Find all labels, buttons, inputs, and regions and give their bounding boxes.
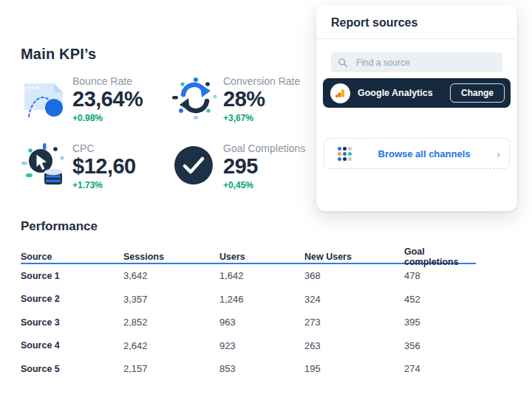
cell-source: Source 4 [21, 340, 123, 351]
kpi-label: Bounce Rate [72, 75, 143, 87]
report-sources-panel: Report sources Google Analytics Change [316, 4, 517, 211]
source-search-box[interactable] [331, 52, 502, 72]
cell-new-users: 195 [304, 363, 404, 374]
cell-sessions: 3,642 [123, 270, 219, 281]
channels-grid-icon [338, 147, 352, 161]
kpi-label: Goal Completions [223, 142, 305, 154]
table-row: Source 5 2,157 853 195 274 [21, 357, 476, 381]
column-header-goal-completions: Goal completions [404, 246, 476, 267]
change-source-button[interactable]: Change [450, 83, 505, 103]
browse-all-channels-label: Browse all channels [352, 148, 497, 159]
cell-goal-completions: 478 [404, 270, 476, 281]
cell-goal-completions: 395 [404, 317, 476, 328]
cell-goal-completions: 356 [404, 340, 476, 351]
chevron-right-icon: › [497, 148, 500, 159]
kpi-label: Conversion Rate [223, 75, 300, 87]
conversion-rate-icon [171, 74, 219, 123]
kpi-delta: +0.98% [72, 113, 143, 123]
kpi-label: CPC [72, 142, 136, 154]
cell-users: 1,246 [219, 294, 304, 305]
kpi-delta: +3,67% [223, 113, 300, 123]
cell-users: 1,642 [219, 270, 304, 281]
report-sources-title: Report sources [331, 16, 417, 30]
kpi-delta: +0,45% [223, 180, 305, 190]
column-header-new-users: New Users [304, 252, 404, 262]
kpi-value: $12,60 [72, 155, 136, 179]
column-header-source: Source [21, 252, 123, 262]
dashboard: Main KPI’s Bounce Rate 23,64% +0.98% [0, 0, 532, 400]
divider [316, 38, 517, 39]
kpi-value: 23,64% [72, 88, 143, 111]
table-row: Source 2 3,357 1,246 324 452 [21, 288, 476, 311]
cpc-icon [21, 141, 68, 190]
cell-new-users: 368 [304, 270, 404, 281]
google-analytics-icon [330, 83, 350, 103]
cell-new-users: 324 [304, 294, 404, 305]
search-input[interactable] [355, 57, 496, 69]
cell-sessions: 2,852 [123, 317, 219, 328]
cell-sessions: 2,157 [123, 363, 219, 374]
goal-completions-icon [171, 141, 219, 190]
cell-sessions: 2,642 [123, 340, 219, 351]
column-header-users: Users [219, 252, 304, 262]
kpi-card-bounce-rate: Bounce Rate 23,64% +0.98% [21, 74, 171, 123]
kpi-card-goal-completions: Goal Completions 295 +0,45% [171, 141, 305, 190]
kpi-value: 28% [223, 88, 300, 111]
kpi-value: 295 [223, 155, 305, 179]
cell-source: Source 3 [21, 317, 123, 328]
cell-source: Source 5 [21, 364, 123, 374]
cell-goal-completions: 274 [404, 363, 476, 374]
performance-table: Source Sessions Users New Users Goal com… [21, 246, 476, 381]
table-row: Source 3 2,852 963 273 395 [21, 311, 476, 334]
kpi-section-title: Main KPI’s [21, 46, 96, 63]
table-row: Source 1 3,642 1,642 368 478 [21, 264, 476, 288]
selected-source-row: Google Analytics Change [323, 78, 511, 108]
cell-users: 963 [219, 317, 304, 328]
search-icon [338, 58, 348, 68]
kpi-grid: Bounce Rate 23,64% +0.98% [21, 74, 305, 190]
performance-title: Performance [21, 219, 98, 234]
cell-new-users: 273 [304, 317, 404, 328]
column-header-sessions: Sessions [123, 252, 219, 262]
cell-goal-completions: 452 [404, 294, 476, 305]
table-header-row: Source Sessions Users New Users Goal com… [21, 246, 476, 264]
table-row: Source 4 2,642 923 263 356 [21, 334, 476, 358]
browse-all-channels-button[interactable]: Browse all channels › [324, 138, 510, 169]
cell-source: Source 1 [21, 271, 123, 281]
cell-users: 853 [219, 363, 304, 374]
cell-new-users: 263 [304, 340, 404, 351]
cell-source: Source 2 [21, 294, 123, 304]
selected-source-name: Google Analytics [358, 88, 450, 98]
cell-sessions: 3,357 [123, 294, 219, 305]
kpi-delta: +1.73% [72, 180, 136, 190]
cell-users: 923 [219, 340, 304, 351]
kpi-card-cpc: CPC $12,60 +1.73% [21, 141, 171, 190]
bounce-rate-icon [21, 74, 68, 123]
kpi-card-conversion-rate: Conversion Rate 28% +3,67% [171, 74, 305, 123]
